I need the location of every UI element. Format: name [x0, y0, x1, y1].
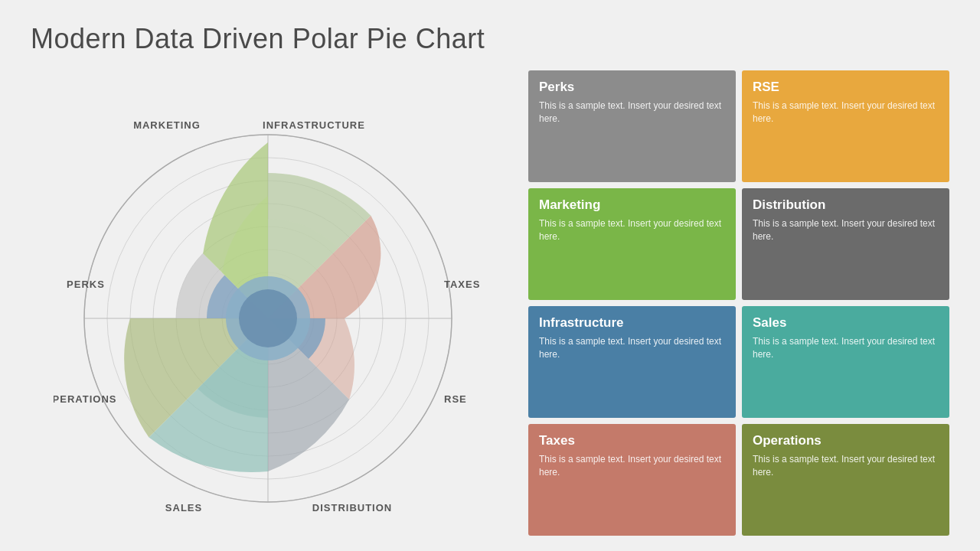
legend-card-title-operations: Operations [753, 433, 939, 448]
page-title: Modern Data Driven Polar Pie Chart [31, 23, 949, 55]
polar-pie-chart: INFRASTRUCTURE TAXES RSE DISTRIBUTION SA… [54, 81, 482, 525]
label-distribution: DISTRIBUTION [312, 502, 392, 514]
label-rse: RSE [444, 393, 467, 405]
legend-card-text-operations: This is a sample text. Insert your desir… [753, 453, 939, 479]
legend-card-title-sales: Sales [753, 315, 939, 331]
legend-card-operations: OperationsThis is a sample text. Insert … [742, 424, 949, 536]
svg-point-11 [239, 289, 297, 347]
legend-card-sales: SalesThis is a sample text. Insert your … [742, 306, 949, 418]
main-content: INFRASTRUCTURE TAXES RSE DISTRIBUTION SA… [31, 70, 949, 536]
legend-card-text-taxes: This is a sample text. Insert your desir… [539, 453, 725, 479]
legend-card-title-perks: Perks [539, 80, 725, 95]
legend-card-distribution: DistributionThis is a sample text. Inser… [742, 188, 949, 300]
legend-card-title-distribution: Distribution [753, 197, 939, 213]
legend-card-title-infrastructure: Infrastructure [539, 315, 725, 331]
label-marketing: MARKETING [133, 119, 201, 131]
legend-card-text-distribution: This is a sample text. Insert your desir… [753, 217, 939, 243]
legend-card-text-perks: This is a sample text. Insert your desir… [539, 99, 725, 126]
legend-card-rse: RSEThis is a sample text. Insert your de… [742, 70, 949, 182]
chart-area: INFRASTRUCTURE TAXES RSE DISTRIBUTION SA… [31, 70, 505, 536]
legend-card-marketing: MarketingThis is a sample text. Insert y… [528, 188, 736, 300]
label-sales: SALES [165, 502, 202, 514]
legend-card-title-rse: RSE [753, 80, 939, 95]
legend-card-title-marketing: Marketing [539, 197, 725, 213]
label-perks: PERKS [67, 279, 105, 290]
legend-card-infrastructure: InfrastructureThis is a sample text. Ins… [528, 306, 736, 418]
legend-card-text-marketing: This is a sample text. Insert your desir… [539, 217, 725, 243]
legend-card-text-sales: This is a sample text. Insert your desir… [753, 335, 939, 361]
label-taxes: TAXES [444, 279, 480, 290]
legend-card-text-infrastructure: This is a sample text. Insert your desir… [539, 335, 725, 361]
label-operations: OPERATIONS [54, 393, 117, 405]
legend-card-text-rse: This is a sample text. Insert your desir… [753, 99, 939, 126]
legend-grid: PerksThis is a sample text. Insert your … [528, 70, 949, 536]
legend-card-taxes: TaxesThis is a sample text. Insert your … [528, 424, 736, 536]
legend-card-title-taxes: Taxes [539, 433, 725, 448]
legend-card-perks: PerksThis is a sample text. Insert your … [528, 70, 736, 182]
label-infrastructure: INFRASTRUCTURE [263, 119, 365, 131]
